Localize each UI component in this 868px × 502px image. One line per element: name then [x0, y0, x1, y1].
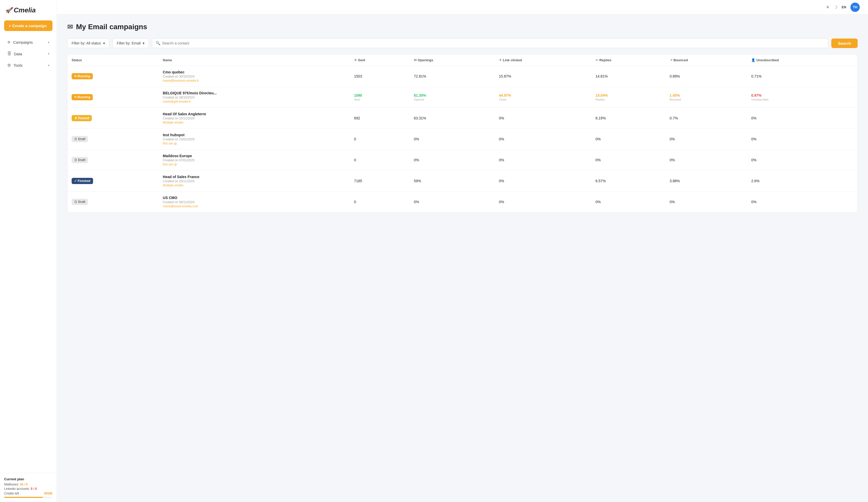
- cell-name: Head Of Sales Angleterre Created on 15/1…: [159, 108, 350, 129]
- cell-sent: 0: [350, 150, 410, 171]
- cell-bounced: 0%: [665, 129, 747, 150]
- table-header-row: Status Name ✈Sent ✉Openings ✦Link clicke…: [68, 54, 857, 66]
- cell-unsubscribed: 0.71%: [747, 66, 857, 87]
- table-row[interactable]: 🗋 Draft test hubspot Created on 15/01/20…: [68, 129, 857, 150]
- credits-bar: [4, 497, 52, 498]
- sun-icon: ☀: [826, 4, 830, 10]
- main-area: ☀ ☽ EN TH ✉ My Email campaigns Filter by…: [57, 0, 868, 502]
- campaigns-icon: ✈: [7, 40, 11, 45]
- logo: 🚀 Cmelia: [5, 6, 36, 14]
- sidebar-item-label-campaigns: Campaigns: [13, 40, 33, 44]
- cell-status: 🗋 Draft: [68, 150, 159, 171]
- cell-status: ⏸ Paused: [68, 108, 159, 129]
- language-selector[interactable]: EN: [841, 5, 846, 9]
- cell-status: ↻ Running: [68, 66, 159, 87]
- cell-sent: 7185: [350, 171, 410, 192]
- status-badge: 🗋 Draft: [72, 136, 88, 142]
- filter-status-button[interactable]: Filter by: All status ▾: [67, 38, 109, 48]
- cell-status: ↻ Running: [68, 87, 159, 108]
- avatar[interactable]: TH: [850, 3, 860, 12]
- cell-replies: 6.57%: [591, 171, 665, 192]
- table-row[interactable]: ↻ Running BELGIQUE 97€/mois Directeu... …: [68, 87, 857, 108]
- create-campaign-button[interactable]: + Create a campaign: [4, 20, 52, 31]
- cell-bounced: 0.7%: [665, 108, 747, 129]
- cell-openings: 59%: [410, 171, 495, 192]
- logo-label: Cmelia: [14, 6, 36, 14]
- email-icon: ✉: [67, 23, 73, 31]
- cell-unsubscribed: 0%: [747, 108, 857, 129]
- table-row[interactable]: 🗋 Draft US CMO Created on 06/11/2024 mar…: [68, 192, 857, 213]
- cell-sent: 0: [350, 192, 410, 213]
- plan-title: Current plan: [4, 477, 52, 481]
- plan-credits: Credits left : 45596: [4, 492, 52, 495]
- content-area: ✉ My Email campaigns Filter by: All stat…: [57, 14, 868, 502]
- status-badge: ✓ Finished: [72, 178, 93, 184]
- cell-status: ✓ Finished: [68, 171, 159, 192]
- plan-linkedin: Linkedin accounts: 5 / 0: [4, 487, 52, 491]
- logo-icon: 🚀: [5, 7, 12, 14]
- cell-replies: 8.19%: [591, 108, 665, 129]
- table-row[interactable]: ✓ Finished Head of Sales France Created …: [68, 171, 857, 192]
- cell-bounced: 1.45% Bounced: [665, 87, 747, 108]
- sidebar-item-data[interactable]: 🗄 Data ▾: [2, 48, 54, 59]
- cell-link-clicked: 0%: [495, 171, 591, 192]
- search-button[interactable]: Search: [831, 39, 858, 48]
- cell-openings: 0%: [410, 192, 495, 213]
- table-row[interactable]: ⏸ Paused Head Of Sales Angleterre Create…: [68, 108, 857, 129]
- cell-replies: 0%: [591, 192, 665, 213]
- search-container: 🔍: [152, 38, 828, 48]
- chevron-down-icon: ▾: [143, 41, 144, 45]
- cell-sent: 0: [350, 129, 410, 150]
- topbar: ☀ ☽ EN TH: [57, 0, 868, 14]
- plan-mailboxes: Mailboxes: 34 / 0: [4, 483, 52, 486]
- topbar-icons: ☀ ☽: [826, 4, 837, 10]
- cell-replies: 0%: [591, 150, 665, 171]
- cell-link-clicked: 15.87%: [495, 66, 591, 87]
- chevron-down-icon: ▾: [48, 52, 49, 55]
- cell-bounced: 0.89%: [665, 66, 747, 87]
- col-link-clicked: ✦Link clicked: [495, 54, 591, 66]
- credits-fill: [4, 497, 43, 498]
- cell-link-clicked: 0%: [495, 150, 591, 171]
- cell-replies: 14.81%: [591, 66, 665, 87]
- cell-name: Maildoso Europe Created on 07/01/2025 No…: [159, 150, 350, 171]
- sidebar-item-campaigns[interactable]: ✈ Campaigns ▾: [2, 37, 54, 48]
- moon-icon: ☽: [833, 4, 837, 10]
- cell-link-clicked: 0%: [495, 192, 591, 213]
- col-unsubscribed: 👤Unsubscribed: [747, 54, 857, 66]
- cell-unsubscribed: 0%: [747, 192, 857, 213]
- chevron-down-icon: ▾: [103, 41, 105, 45]
- cell-unsubscribed: 0%: [747, 129, 857, 150]
- status-badge: ↻ Running: [72, 73, 93, 79]
- col-bounced: ↗Bounced: [665, 54, 747, 66]
- cell-bounced: 3.88%: [665, 171, 747, 192]
- sidebar-plan: Current plan Mailboxes: 34 / 0 Linkedin …: [0, 473, 56, 502]
- cell-openings: 0%: [410, 129, 495, 150]
- cell-openings: 63.31%: [410, 108, 495, 129]
- table-row[interactable]: 🗋 Draft Maildoso Europe Created on 07/01…: [68, 150, 857, 171]
- campaigns-table: Status Name ✈Sent ✉Openings ✦Link clicke…: [67, 54, 858, 213]
- sidebar-item-tools[interactable]: ⚙ Tools ▾: [2, 60, 54, 71]
- cell-openings: 81.30% Opened: [410, 87, 495, 108]
- filter-type-button[interactable]: Filter by: Email ▾: [112, 38, 149, 48]
- cell-sent: 692: [350, 108, 410, 129]
- sidebar-item-label-data: Data: [14, 52, 22, 56]
- tools-icon: ⚙: [7, 63, 11, 68]
- cell-openings: 72.81%: [410, 66, 495, 87]
- cell-name: US CMO Created on 06/11/2024 marie@boost…: [159, 192, 350, 213]
- cell-name: BELGIQUE 97€/mois Directeu... Created on…: [159, 87, 350, 108]
- logo-area: 🚀 Cmelia: [0, 0, 56, 18]
- cell-name: Cmo quebec Created on 30/10/2024 marie@b…: [159, 66, 350, 87]
- cell-status: 🗋 Draft: [68, 129, 159, 150]
- data-icon: 🗄: [7, 51, 11, 56]
- sidebar-item-label-tools: Tools: [13, 63, 22, 68]
- status-badge: 🗋 Draft: [72, 199, 88, 205]
- search-input[interactable]: [152, 38, 828, 48]
- sidebar-nav: ✈ Campaigns ▾ 🗄 Data ▾ ⚙ Tools ▾: [0, 36, 56, 71]
- cell-replies: 19.04% Replies: [591, 87, 665, 108]
- chevron-down-icon: ▾: [48, 41, 49, 44]
- status-badge: ⏸ Paused: [72, 115, 92, 121]
- filters-row: Filter by: All status ▾ Filter by: Email…: [67, 38, 858, 48]
- table-row[interactable]: ↻ Running Cmo quebec Created on 30/10/20…: [68, 66, 857, 87]
- status-badge: 🗋 Draft: [72, 157, 88, 163]
